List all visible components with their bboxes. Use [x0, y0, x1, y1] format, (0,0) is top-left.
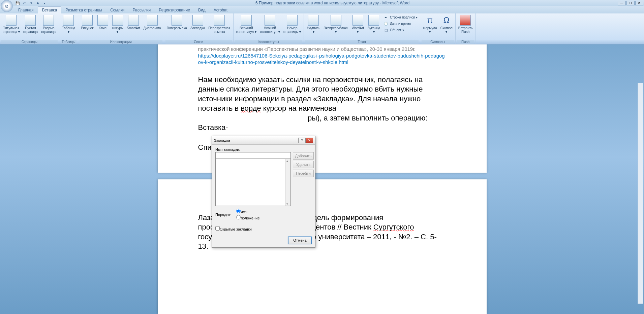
- signature-line-button[interactable]: ✒Строка подписи ▾: [382, 14, 419, 20]
- datetime-button[interactable]: 🕓Дата и время: [382, 21, 419, 27]
- window-title: 6 Пример подготовки ссылки в word на исп…: [47, 1, 618, 5]
- clipart-button[interactable]: Клип: [96, 14, 110, 31]
- group-symbols-label: Символы: [422, 40, 454, 44]
- tab-pagelayout[interactable]: Разметка страницы: [61, 7, 106, 13]
- document-page[interactable]: Лазарев В.С. Концептуальная модель форми…: [158, 179, 487, 314]
- group-headerfooter-label: Колонтитулы: [235, 40, 303, 44]
- wordart-icon: [352, 15, 363, 26]
- doc-paragraph: Нам необходимо указать ссылки на первоис…: [198, 75, 446, 133]
- quickparts-icon: [331, 15, 341, 26]
- equation-button[interactable]: πФормула ▾: [422, 14, 438, 34]
- embed-flash-button[interactable]: Встроить Flash: [457, 14, 474, 34]
- textbox-icon: [308, 15, 319, 26]
- clipart-icon: [97, 15, 108, 26]
- office-button[interactable]: ◎: [1, 0, 13, 12]
- shapes-icon: [112, 15, 123, 26]
- crossref-icon: [214, 15, 225, 26]
- dialog-close-button[interactable]: ✕: [306, 138, 313, 143]
- bookmark-icon: [192, 15, 203, 26]
- smartart-icon: [128, 15, 139, 26]
- close-button[interactable]: ✕: [635, 1, 643, 5]
- blank-page-button[interactable]: Пустая страница: [22, 14, 39, 34]
- sort-by-position-radio[interactable]: положение: [236, 215, 259, 220]
- vertical-scrollbar[interactable]: [638, 83, 643, 304]
- list-scrollbar[interactable]: [285, 159, 290, 206]
- group-illustrations-label: Иллюстрации: [80, 40, 162, 44]
- textbox-button[interactable]: Надпись ▾: [305, 14, 321, 34]
- dialog-title: Закладка: [214, 138, 298, 142]
- bookmark-list[interactable]: [215, 159, 291, 206]
- quick-access-toolbar: 💾 ↶ ↷ A ▾: [15, 0, 47, 6]
- bookmark-name-input[interactable]: [215, 152, 291, 159]
- shapes-button[interactable]: Фигуры ▾: [111, 14, 125, 34]
- bookmark-dialog: Закладка ? ✕ Имя закладки: Добавить Удал…: [212, 136, 315, 248]
- dialog-help-button[interactable]: ?: [298, 138, 306, 143]
- wordart-button[interactable]: WordArt ▾: [350, 14, 366, 34]
- header-button[interactable]: Верхний колонтитул ▾: [235, 14, 258, 34]
- footer-icon: [265, 15, 275, 26]
- tab-view[interactable]: Вид: [194, 7, 210, 13]
- datetime-icon: 🕓: [383, 21, 389, 26]
- tab-insert[interactable]: Вставка: [38, 6, 62, 13]
- sort-label: Порядок:: [215, 213, 231, 217]
- cover-page-icon: [6, 15, 17, 26]
- quickparts-button[interactable]: Экспресс-блоки ▾: [322, 14, 349, 34]
- group-text-label: Текст: [305, 40, 418, 44]
- crossref-button[interactable]: Перекрестная ссылка: [207, 14, 232, 34]
- flash-icon: [460, 15, 471, 26]
- qat-dropdown-icon[interactable]: ▾: [42, 0, 47, 6]
- doc-hyperlink: https://docplayer.ru/126547106-Sekciya-p…: [198, 53, 446, 66]
- group-pages-label: Страницы: [1, 40, 58, 44]
- chart-button[interactable]: Диаграмма: [142, 14, 162, 31]
- cover-page-button[interactable]: Титульная страница ▾: [1, 14, 21, 34]
- group-flash-label: Flash: [457, 40, 474, 44]
- pagenum-icon: [287, 15, 298, 26]
- maximize-button[interactable]: ❐: [626, 1, 635, 5]
- table-button[interactable]: Таблица ▾: [61, 14, 76, 34]
- dropcap-icon: [368, 15, 379, 26]
- footer-button[interactable]: Нижний колонтитул ▾: [258, 14, 281, 34]
- hyperlink-button[interactable]: Гиперссылка: [165, 14, 188, 31]
- group-links-label: Связи: [165, 40, 232, 44]
- page-break-button[interactable]: Разрыв страницы: [40, 14, 58, 34]
- sort-by-name-radio[interactable]: имя: [236, 209, 259, 214]
- tab-mailings[interactable]: Рассылки: [128, 7, 155, 13]
- bookmark-button[interactable]: Закладка: [189, 14, 206, 31]
- document-area: практической конференции «Перспективы ра…: [0, 44, 644, 314]
- object-button[interactable]: ◫Объект ▾: [382, 27, 419, 33]
- qat-item[interactable]: A: [35, 0, 40, 6]
- tab-home[interactable]: Главная: [14, 7, 38, 13]
- hidden-bookmarks-checkbox[interactable]: Скрытые закладки: [215, 226, 312, 231]
- object-icon: ◫: [383, 27, 389, 33]
- dropcap-button[interactable]: Буквица ▾: [366, 14, 381, 34]
- signature-icon: ✒: [383, 14, 389, 20]
- tab-acrobat[interactable]: Acrobat: [210, 7, 232, 13]
- smartart-button[interactable]: SmartArt: [125, 14, 141, 31]
- chart-icon: [147, 15, 158, 26]
- doc-paragraph: практической конференции «Перспективы ра…: [198, 46, 446, 53]
- symbol-icon: Ω: [441, 15, 452, 26]
- delete-button[interactable]: Удалить: [293, 161, 314, 168]
- goto-button[interactable]: Перейти: [293, 170, 314, 177]
- symbol-button[interactable]: ΩСимвол ▾: [439, 14, 454, 34]
- picture-icon: [82, 15, 93, 26]
- save-icon[interactable]: 💾: [15, 0, 20, 6]
- minimize-button[interactable]: —: [618, 1, 626, 5]
- hyperlink-icon: [172, 15, 182, 26]
- equation-icon: π: [425, 15, 435, 26]
- tab-review[interactable]: Рецензирование: [155, 7, 194, 13]
- page-break-icon: [43, 15, 54, 26]
- tab-references[interactable]: Ссылки: [106, 7, 128, 13]
- document-page[interactable]: практической конференции «Перспективы ра…: [158, 44, 487, 173]
- ribbon-tabs: Главная Вставка Разметка страницы Ссылки…: [0, 6, 644, 13]
- add-button[interactable]: Добавить: [293, 152, 314, 160]
- picture-button[interactable]: Рисунок: [80, 14, 95, 31]
- group-tables-label: Таблицы: [61, 40, 76, 44]
- redo-icon[interactable]: ↷: [28, 0, 34, 6]
- undo-icon[interactable]: ↶: [22, 0, 27, 6]
- cancel-button[interactable]: Отмена: [288, 237, 312, 244]
- ribbon: Титульная страница ▾ Пустая страница Раз…: [0, 13, 644, 44]
- bookmark-name-label: Имя закладки:: [215, 147, 312, 151]
- header-icon: [241, 15, 252, 26]
- pagenum-button[interactable]: Номер страницы ▾: [282, 14, 303, 34]
